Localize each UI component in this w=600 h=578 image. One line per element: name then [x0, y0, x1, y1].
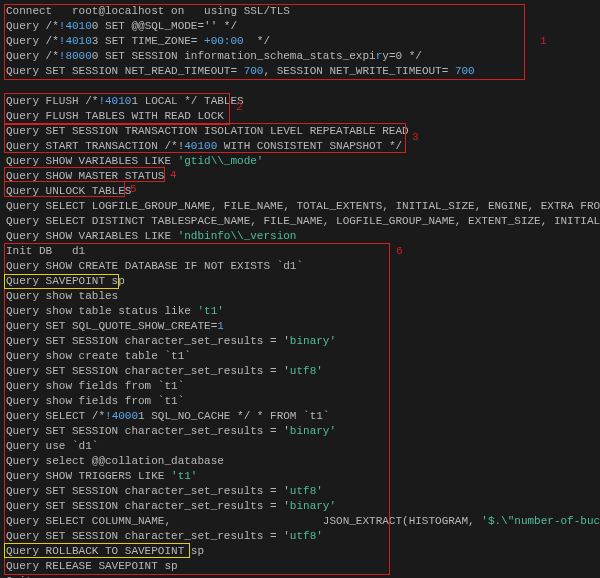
- log-line: Query show create table `t1`: [6, 349, 594, 364]
- log-line: Query SET SESSION character_set_results …: [6, 334, 594, 349]
- log-line: Query show fields from `t1`: [6, 379, 594, 394]
- log-line: Query SET SESSION character_set_results …: [6, 499, 594, 514]
- log-line: Query SET SQL_QUOTE_SHOW_CREATE=1: [6, 319, 594, 334]
- log-line: Query SET SESSION character_set_results …: [6, 484, 594, 499]
- log-line: Query FLUSH TABLES WITH READ LOCK: [6, 109, 594, 124]
- log-line: [6, 79, 594, 94]
- log-line: Query START TRANSACTION /*!40100 WITH CO…: [6, 139, 594, 154]
- log-line: Query SET SESSION character_set_results …: [6, 364, 594, 379]
- log-line: Query RELEASE SAVEPOINT sp: [6, 559, 594, 574]
- log-line: Query SAVEPOINT sp: [6, 274, 594, 289]
- log-line: Query show fields from `t1`: [6, 394, 594, 409]
- log-line: Query SET SESSION character_set_results …: [6, 529, 594, 544]
- log-line: Init DB d1: [6, 244, 594, 259]
- log-line: Query select @@collation_database: [6, 454, 594, 469]
- log-line: Query SELECT LOGFILE_GROUP_NAME, FILE_NA…: [6, 199, 594, 214]
- log-line: Query SELECT COLUMN_NAME, JSON_EXTRACT(H…: [6, 514, 594, 529]
- log-line: Query SHOW TRIGGERS LIKE 't1': [6, 469, 594, 484]
- log-line: Query SHOW VARIABLES LIKE 'gtid\\_mode': [6, 154, 594, 169]
- log-line: Query show table status like 't1': [6, 304, 594, 319]
- log-line: Connect root@localhost on using SSL/TLS: [6, 4, 594, 19]
- log-line: Query SHOW CREATE DATABASE IF NOT EXISTS…: [6, 259, 594, 274]
- log-line: Query UNLOCK TABLES: [6, 184, 594, 199]
- log-line: Query SET SESSION TRANSACTION ISOLATION …: [6, 124, 594, 139]
- log-line: Query SHOW MASTER STATUS: [6, 169, 594, 184]
- log-line: Quit: [6, 574, 594, 578]
- log-line: Query use `d1`: [6, 439, 594, 454]
- log-line: Query SET SESSION character_set_results …: [6, 424, 594, 439]
- log-line: Query /*!40100 SET @@SQL_MODE='' */: [6, 19, 594, 34]
- log-line: Query /*!80000 SET SESSION information_s…: [6, 49, 594, 64]
- log-line: Query SHOW VARIABLES LIKE 'ndbinfo\\_ver…: [6, 229, 594, 244]
- terminal-screen: Connect root@localhost on using SSL/TLSQ…: [0, 0, 600, 578]
- log-line: Query show tables: [6, 289, 594, 304]
- log-line: Query FLUSH /*!40101 LOCAL */ TABLES: [6, 94, 594, 109]
- log-line: Query SET SESSION NET_READ_TIMEOUT= 700,…: [6, 64, 594, 79]
- log-lines: Connect root@localhost on using SSL/TLSQ…: [6, 4, 594, 578]
- log-line: Query SELECT /*!40001 SQL_NO_CACHE */ * …: [6, 409, 594, 424]
- log-line: Query ROLLBACK TO SAVEPOINT sp: [6, 544, 594, 559]
- log-line: Query SELECT DISTINCT TABLESPACE_NAME, F…: [6, 214, 594, 229]
- log-line: Query /*!40103 SET TIME_ZONE= +00:00 */: [6, 34, 594, 49]
